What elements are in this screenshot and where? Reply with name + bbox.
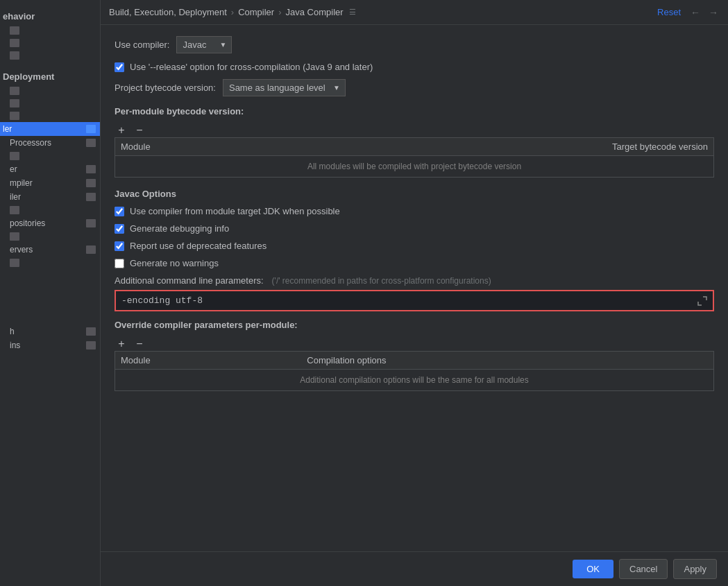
sidebar-icon-iler xyxy=(86,193,96,201)
forward-button[interactable]: → xyxy=(707,6,720,19)
use-module-jdk-label: Use compiler from module target JDK when… xyxy=(130,206,340,216)
compiler-select[interactable]: Javac Eclipse Ajc xyxy=(176,36,232,53)
per-module-empty-row: All modules will be compiled with projec… xyxy=(115,156,714,178)
sidebar-item-h[interactable]: h xyxy=(0,325,100,338)
sidebar: ehavior Deployment ler Processors xyxy=(0,0,101,586)
sidebar-item-compiler-active[interactable]: ler xyxy=(0,122,100,136)
cross-compile-checkbox[interactable] xyxy=(115,62,124,72)
report-deprecated-label: Report use of deprecated features xyxy=(130,241,266,251)
sidebar-item-mpiler[interactable]: mpiler xyxy=(0,176,100,190)
cmd-params-label-row: Additional command line parameters: ('/'… xyxy=(115,275,714,286)
per-module-remove-button[interactable]: − xyxy=(133,123,146,137)
sidebar-item-positories-label: positories xyxy=(10,218,86,228)
sidebar-item-1[interactable] xyxy=(0,24,100,37)
sidebar-icon-ins xyxy=(86,341,96,350)
override-table: Module Compilation options Additional co… xyxy=(115,351,714,391)
sidebar-icon-ervers xyxy=(86,245,96,254)
sidebar-item-ins[interactable]: ins xyxy=(0,338,100,352)
compiler-select-wrapper: Javac Eclipse Ajc ▼ xyxy=(176,36,232,53)
override-empty-msg: Additional compilation options will be t… xyxy=(115,370,714,391)
sidebar-item-3[interactable] xyxy=(0,49,100,62)
sidebar-icon-d6 xyxy=(10,152,19,160)
back-button[interactable]: ← xyxy=(689,6,702,19)
cross-compile-label: Use '--release' option for cross-compila… xyxy=(130,62,373,72)
override-empty-row: Additional compilation options will be t… xyxy=(115,370,714,391)
cmd-params-input[interactable] xyxy=(116,291,692,310)
per-module-section-title: Per-module bytecode version: xyxy=(115,106,714,117)
per-module-add-button[interactable]: + xyxy=(115,123,128,137)
per-module-toolbar: + − xyxy=(115,123,714,137)
sidebar-icon-d1 xyxy=(10,87,19,95)
sidebar-item-mpiler-label: mpiler xyxy=(10,178,86,188)
sidebar-icon-d12 xyxy=(10,232,19,241)
bottom-bar: OK Cancel Apply xyxy=(101,551,728,586)
generate-debug-label: Generate debugging info xyxy=(130,223,229,234)
sidebar-item-compiler-label: ler xyxy=(3,124,86,134)
javac-checkbox-1: Use compiler from module target JDK when… xyxy=(115,206,714,216)
cmd-params-expand-button[interactable] xyxy=(692,291,713,310)
sidebar-icon-d3 xyxy=(10,112,19,120)
use-module-jdk-checkbox[interactable] xyxy=(115,207,124,216)
breadcrumb-part2: Compiler xyxy=(238,7,274,17)
sidebar-icon-3 xyxy=(10,51,19,60)
apply-button[interactable]: Apply xyxy=(673,559,717,579)
breadcrumb: Build, Execution, Deployment › Compiler … xyxy=(109,7,654,17)
cmd-params-hint: ('/' recommended in paths for cross-plat… xyxy=(272,276,491,286)
sidebar-item-processors[interactable]: Processors xyxy=(0,136,100,150)
cross-compile-row: Use '--release' option for cross-compila… xyxy=(115,62,714,72)
override-remove-button[interactable]: − xyxy=(133,337,146,351)
breadcrumb-sep1: › xyxy=(231,7,234,17)
sidebar-item-iler[interactable]: iler xyxy=(0,190,100,204)
override-col-module: Module xyxy=(115,352,302,370)
sidebar-item-d10[interactable] xyxy=(0,204,100,216)
bytecode-select[interactable]: Same as language level xyxy=(223,79,346,96)
content-area: Build, Execution, Deployment › Compiler … xyxy=(101,0,728,586)
cmd-params-section: Additional command line parameters: ('/'… xyxy=(115,275,714,311)
sidebar-item-er[interactable]: er xyxy=(0,162,100,176)
report-deprecated-checkbox[interactable] xyxy=(115,241,124,251)
bytecode-version-row: Project bytecode version: Same as langua… xyxy=(115,79,714,96)
sidebar-item-ins-label: ins xyxy=(10,341,86,350)
override-add-button[interactable]: + xyxy=(115,337,128,351)
sidebar-item-d3[interactable] xyxy=(0,110,100,122)
sidebar-item-d6[interactable] xyxy=(0,150,100,162)
sidebar-icon-h xyxy=(86,327,96,336)
sidebar-icon-positories xyxy=(86,219,96,227)
generate-no-warnings-checkbox[interactable] xyxy=(115,259,124,268)
generate-debug-checkbox[interactable] xyxy=(115,224,124,234)
settings-panel: Use compiler: Javac Eclipse Ajc ▼ Use '-… xyxy=(101,25,728,551)
sidebar-icon-compiler xyxy=(86,125,96,133)
breadcrumb-part3: Java Compiler xyxy=(286,7,344,17)
bytecode-version-label: Project bytecode version: xyxy=(115,83,216,93)
javac-checkbox-2: Generate debugging info xyxy=(115,223,714,234)
javac-checkbox-4: Generate no warnings xyxy=(115,258,714,268)
reset-button[interactable]: Reset xyxy=(654,6,684,19)
cancel-button[interactable]: Cancel xyxy=(619,559,668,579)
sidebar-item-h-label: h xyxy=(10,327,86,336)
sidebar-item-ervers[interactable]: ervers xyxy=(0,243,100,257)
override-section-title: Override compiler parameters per-module: xyxy=(115,320,714,330)
sidebar-item-d2[interactable] xyxy=(0,97,100,110)
ok-button[interactable]: OK xyxy=(573,560,613,578)
sidebar-item-d1[interactable] xyxy=(0,85,100,97)
sidebar-icon-2 xyxy=(10,39,19,47)
header-bar: Build, Execution, Deployment › Compiler … xyxy=(101,0,728,25)
expand-icon xyxy=(697,296,707,306)
sidebar-item-d12[interactable] xyxy=(0,230,100,243)
breadcrumb-menu-icon[interactable]: ☰ xyxy=(349,8,356,17)
cmd-input-wrapper xyxy=(115,290,714,311)
override-col-options: Compilation options xyxy=(301,352,713,370)
breadcrumb-part1: Build, Execution, Deployment xyxy=(109,7,227,17)
bytecode-select-wrapper: Same as language level ▼ xyxy=(223,79,346,96)
sidebar-item-d14[interactable] xyxy=(0,257,100,269)
breadcrumb-sep2: › xyxy=(278,7,281,17)
sidebar-item-processors-label: Processors xyxy=(10,138,86,148)
sidebar-section-deployment: Deployment xyxy=(0,67,100,85)
sidebar-item-positories[interactable]: positories xyxy=(0,216,100,230)
sidebar-icon-d14 xyxy=(10,259,19,267)
sidebar-icon-d2 xyxy=(10,99,19,107)
sidebar-icon-processors xyxy=(86,139,96,147)
sidebar-icon-d10 xyxy=(10,206,19,214)
sidebar-icon-er xyxy=(86,165,96,173)
sidebar-item-2[interactable] xyxy=(0,37,100,49)
